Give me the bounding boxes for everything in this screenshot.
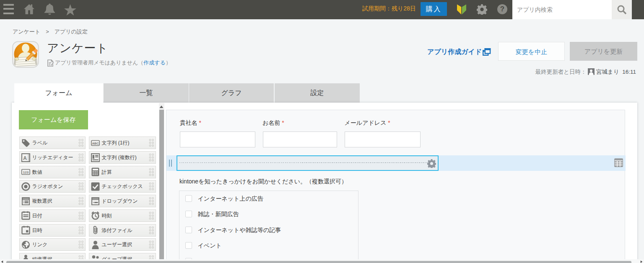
svg-text:A: A (23, 155, 27, 161)
svg-text:123: 123 (23, 170, 29, 174)
svg-text:ABC: ABC (92, 142, 99, 145)
